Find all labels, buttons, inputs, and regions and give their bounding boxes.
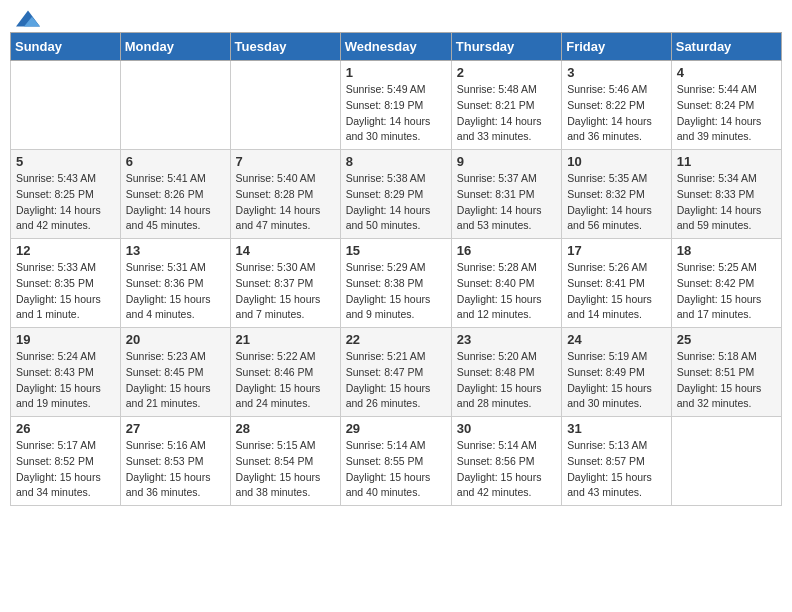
day-info: Sunrise: 5:31 AM Sunset: 8:36 PM Dayligh…: [126, 260, 225, 323]
calendar-cell: 19Sunrise: 5:24 AM Sunset: 8:43 PM Dayli…: [11, 328, 121, 417]
day-info: Sunrise: 5:37 AM Sunset: 8:31 PM Dayligh…: [457, 171, 556, 234]
day-number: 23: [457, 332, 556, 347]
day-number: 4: [677, 65, 776, 80]
day-number: 26: [16, 421, 115, 436]
day-number: 15: [346, 243, 446, 258]
calendar-cell: 28Sunrise: 5:15 AM Sunset: 8:54 PM Dayli…: [230, 417, 340, 506]
calendar-cell: 15Sunrise: 5:29 AM Sunset: 8:38 PM Dayli…: [340, 239, 451, 328]
day-info: Sunrise: 5:41 AM Sunset: 8:26 PM Dayligh…: [126, 171, 225, 234]
day-info: Sunrise: 5:23 AM Sunset: 8:45 PM Dayligh…: [126, 349, 225, 412]
day-number: 19: [16, 332, 115, 347]
day-info: Sunrise: 5:48 AM Sunset: 8:21 PM Dayligh…: [457, 82, 556, 145]
day-info: Sunrise: 5:49 AM Sunset: 8:19 PM Dayligh…: [346, 82, 446, 145]
calendar-cell: 4Sunrise: 5:44 AM Sunset: 8:24 PM Daylig…: [671, 61, 781, 150]
day-info: Sunrise: 5:29 AM Sunset: 8:38 PM Dayligh…: [346, 260, 446, 323]
logo-icon: [16, 10, 40, 30]
day-number: 5: [16, 154, 115, 169]
weekday-header-thursday: Thursday: [451, 33, 561, 61]
day-number: 28: [236, 421, 335, 436]
calendar-cell: 11Sunrise: 5:34 AM Sunset: 8:33 PM Dayli…: [671, 150, 781, 239]
day-number: 30: [457, 421, 556, 436]
calendar-week-row: 12Sunrise: 5:33 AM Sunset: 8:35 PM Dayli…: [11, 239, 782, 328]
calendar-cell: 27Sunrise: 5:16 AM Sunset: 8:53 PM Dayli…: [120, 417, 230, 506]
calendar-cell: 13Sunrise: 5:31 AM Sunset: 8:36 PM Dayli…: [120, 239, 230, 328]
day-info: Sunrise: 5:33 AM Sunset: 8:35 PM Dayligh…: [16, 260, 115, 323]
day-number: 20: [126, 332, 225, 347]
day-number: 16: [457, 243, 556, 258]
calendar-cell: 2Sunrise: 5:48 AM Sunset: 8:21 PM Daylig…: [451, 61, 561, 150]
day-number: 18: [677, 243, 776, 258]
calendar-week-row: 19Sunrise: 5:24 AM Sunset: 8:43 PM Dayli…: [11, 328, 782, 417]
calendar-cell: 25Sunrise: 5:18 AM Sunset: 8:51 PM Dayli…: [671, 328, 781, 417]
day-info: Sunrise: 5:28 AM Sunset: 8:40 PM Dayligh…: [457, 260, 556, 323]
day-number: 29: [346, 421, 446, 436]
calendar-cell: 1Sunrise: 5:49 AM Sunset: 8:19 PM Daylig…: [340, 61, 451, 150]
calendar-cell: 17Sunrise: 5:26 AM Sunset: 8:41 PM Dayli…: [562, 239, 672, 328]
day-number: 13: [126, 243, 225, 258]
day-number: 12: [16, 243, 115, 258]
weekday-header-sunday: Sunday: [11, 33, 121, 61]
calendar-cell: 6Sunrise: 5:41 AM Sunset: 8:26 PM Daylig…: [120, 150, 230, 239]
calendar-cell: 30Sunrise: 5:14 AM Sunset: 8:56 PM Dayli…: [451, 417, 561, 506]
calendar-week-row: 1Sunrise: 5:49 AM Sunset: 8:19 PM Daylig…: [11, 61, 782, 150]
day-info: Sunrise: 5:13 AM Sunset: 8:57 PM Dayligh…: [567, 438, 666, 501]
calendar-cell: 24Sunrise: 5:19 AM Sunset: 8:49 PM Dayli…: [562, 328, 672, 417]
day-info: Sunrise: 5:19 AM Sunset: 8:49 PM Dayligh…: [567, 349, 666, 412]
day-number: 10: [567, 154, 666, 169]
day-info: Sunrise: 5:35 AM Sunset: 8:32 PM Dayligh…: [567, 171, 666, 234]
day-number: 17: [567, 243, 666, 258]
day-number: 11: [677, 154, 776, 169]
calendar-cell: 3Sunrise: 5:46 AM Sunset: 8:22 PM Daylig…: [562, 61, 672, 150]
calendar-cell: [671, 417, 781, 506]
day-number: 27: [126, 421, 225, 436]
weekday-header-monday: Monday: [120, 33, 230, 61]
calendar-cell: 21Sunrise: 5:22 AM Sunset: 8:46 PM Dayli…: [230, 328, 340, 417]
calendar-cell: 18Sunrise: 5:25 AM Sunset: 8:42 PM Dayli…: [671, 239, 781, 328]
calendar-table: SundayMondayTuesdayWednesdayThursdayFrid…: [10, 32, 782, 506]
day-number: 3: [567, 65, 666, 80]
day-info: Sunrise: 5:15 AM Sunset: 8:54 PM Dayligh…: [236, 438, 335, 501]
day-number: 9: [457, 154, 556, 169]
logo: [14, 10, 40, 24]
day-info: Sunrise: 5:14 AM Sunset: 8:56 PM Dayligh…: [457, 438, 556, 501]
day-info: Sunrise: 5:14 AM Sunset: 8:55 PM Dayligh…: [346, 438, 446, 501]
day-info: Sunrise: 5:21 AM Sunset: 8:47 PM Dayligh…: [346, 349, 446, 412]
day-info: Sunrise: 5:46 AM Sunset: 8:22 PM Dayligh…: [567, 82, 666, 145]
day-number: 14: [236, 243, 335, 258]
calendar-cell: 5Sunrise: 5:43 AM Sunset: 8:25 PM Daylig…: [11, 150, 121, 239]
calendar-cell: 20Sunrise: 5:23 AM Sunset: 8:45 PM Dayli…: [120, 328, 230, 417]
calendar-cell: 22Sunrise: 5:21 AM Sunset: 8:47 PM Dayli…: [340, 328, 451, 417]
day-info: Sunrise: 5:20 AM Sunset: 8:48 PM Dayligh…: [457, 349, 556, 412]
weekday-header-friday: Friday: [562, 33, 672, 61]
weekday-header-tuesday: Tuesday: [230, 33, 340, 61]
day-number: 25: [677, 332, 776, 347]
day-info: Sunrise: 5:24 AM Sunset: 8:43 PM Dayligh…: [16, 349, 115, 412]
day-number: 6: [126, 154, 225, 169]
calendar-cell: 26Sunrise: 5:17 AM Sunset: 8:52 PM Dayli…: [11, 417, 121, 506]
day-number: 24: [567, 332, 666, 347]
calendar-header-row: SundayMondayTuesdayWednesdayThursdayFrid…: [11, 33, 782, 61]
calendar-cell: [230, 61, 340, 150]
day-number: 7: [236, 154, 335, 169]
calendar-cell: 23Sunrise: 5:20 AM Sunset: 8:48 PM Dayli…: [451, 328, 561, 417]
weekday-header-saturday: Saturday: [671, 33, 781, 61]
day-info: Sunrise: 5:40 AM Sunset: 8:28 PM Dayligh…: [236, 171, 335, 234]
day-info: Sunrise: 5:22 AM Sunset: 8:46 PM Dayligh…: [236, 349, 335, 412]
day-info: Sunrise: 5:18 AM Sunset: 8:51 PM Dayligh…: [677, 349, 776, 412]
day-info: Sunrise: 5:38 AM Sunset: 8:29 PM Dayligh…: [346, 171, 446, 234]
calendar-week-row: 26Sunrise: 5:17 AM Sunset: 8:52 PM Dayli…: [11, 417, 782, 506]
day-number: 22: [346, 332, 446, 347]
day-info: Sunrise: 5:25 AM Sunset: 8:42 PM Dayligh…: [677, 260, 776, 323]
calendar-cell: 31Sunrise: 5:13 AM Sunset: 8:57 PM Dayli…: [562, 417, 672, 506]
calendar-cell: 8Sunrise: 5:38 AM Sunset: 8:29 PM Daylig…: [340, 150, 451, 239]
day-number: 2: [457, 65, 556, 80]
page-header: [10, 10, 782, 24]
day-number: 1: [346, 65, 446, 80]
day-info: Sunrise: 5:44 AM Sunset: 8:24 PM Dayligh…: [677, 82, 776, 145]
weekday-header-wednesday: Wednesday: [340, 33, 451, 61]
calendar-week-row: 5Sunrise: 5:43 AM Sunset: 8:25 PM Daylig…: [11, 150, 782, 239]
day-info: Sunrise: 5:34 AM Sunset: 8:33 PM Dayligh…: [677, 171, 776, 234]
day-number: 31: [567, 421, 666, 436]
day-number: 8: [346, 154, 446, 169]
day-info: Sunrise: 5:43 AM Sunset: 8:25 PM Dayligh…: [16, 171, 115, 234]
